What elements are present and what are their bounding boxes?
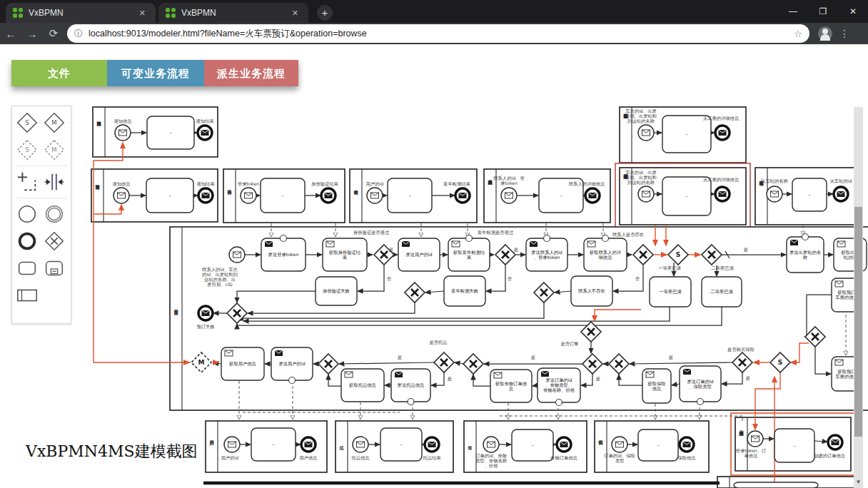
svg-text:S: S: [676, 251, 680, 258]
window-controls: — ❐ ✕: [778, 0, 868, 23]
derived-gateway-s-tool[interactable]: S: [14, 136, 41, 163]
bpmn-start-event[interactable]: 通知信息: [112, 181, 131, 203]
bpmn-task[interactable]: 发送联系人的id、登录token: [526, 235, 567, 272]
bpmn-task[interactable]: –: [792, 178, 827, 211]
bpmn-task[interactable]: 获取身份验证结果: [323, 238, 367, 271]
bookmark-star-icon[interactable]: ☆: [794, 29, 802, 39]
bpmn-task[interactable]: 发送托运信息: [391, 369, 430, 405]
tab-close-icon[interactable]: ✕: [289, 7, 301, 19]
svg-text:–: –: [657, 442, 659, 447]
svg-text:是: 是: [596, 376, 600, 382]
bpmn-end-event[interactable]: 用户信息: [299, 437, 318, 461]
page-info-icon[interactable]: ⓘ: [74, 28, 83, 40]
participant-tool[interactable]: [14, 282, 41, 309]
url-text[interactable]: localhost:9013/modeler.html?fileName=火车票…: [89, 28, 794, 40]
svg-text:–: –: [560, 193, 562, 198]
close-button[interactable]: ✕: [838, 6, 868, 16]
svg-text:用户信息: 用户信息: [299, 455, 318, 461]
minimize-button[interactable]: —: [778, 6, 808, 16]
bpmn-task[interactable]: –: [261, 178, 305, 213]
bpmn-task[interactable]: 联系人不存在: [571, 276, 612, 306]
vertical-scrollbar[interactable]: ▼: [854, 107, 863, 488]
svg-text:一等座已满: 一等座已满: [659, 289, 681, 295]
end-event-tool[interactable]: [14, 228, 41, 255]
bpmn-task[interactable]: –: [662, 177, 711, 215]
start-event-tool[interactable]: [14, 200, 41, 228]
bpmn-task[interactable]: –: [774, 429, 814, 462]
svg-text:发送用户的id: 发送用户的id: [278, 361, 305, 367]
bpmn-task[interactable]: –: [146, 178, 193, 213]
bpmn-end-event[interactable]: 托运结果: [422, 437, 441, 460]
bpmn-task[interactable]: –: [380, 428, 422, 461]
scrollbar-down-arrow[interactable]: ▼: [854, 477, 863, 488]
bpmn-task[interactable]: –: [662, 116, 711, 153]
gateway-tool[interactable]: [41, 228, 68, 255]
subprocess-tool[interactable]: [41, 255, 68, 282]
svg-text:是否购买保险: 是否购买保险: [727, 347, 755, 352]
browser-tab-2[interactable]: VxBPMN ✕: [158, 3, 308, 23]
tab-derived-process[interactable]: 派生业务流程: [204, 60, 298, 86]
intermediate-event-tool[interactable]: [41, 200, 68, 228]
bpmn-task[interactable]: 获取联系人的详细信息: [584, 235, 627, 272]
svg-text:否: 否: [635, 276, 640, 282]
variable-gateway-s-tool[interactable]: S: [14, 109, 41, 136]
bpmn-task[interactable]: 黄牛检测失败: [444, 276, 485, 306]
bpmn-task[interactable]: 发送订单的id、食物类型、食物名称、价格: [538, 368, 580, 406]
bpmn-task[interactable]: 发送订单的id、保险类型: [680, 366, 721, 405]
reload-icon[interactable]: ⟳: [43, 27, 64, 40]
browser-window: 发送邮件通知发送短信通知身份验证黄牛检测查询联系人的信息查询指定车次的详细信息查…: [0, 0, 868, 488]
restore-button[interactable]: ❐: [808, 6, 838, 16]
bpmn-task[interactable]: 获取食物订单信息: [490, 370, 532, 402]
bpmn-end-event[interactable]: 通知结果: [196, 118, 214, 140]
bpmn-task[interactable]: 获取黄牛检测结果: [448, 235, 490, 272]
bpmn-task[interactable]: 发送用户的id: [398, 238, 440, 271]
bpmn-task[interactable]: 身份验证失败: [316, 277, 357, 305]
bpmn-start-event[interactable]: 通知信息: [113, 118, 132, 141]
svg-text:–: –: [793, 443, 795, 448]
svg-text:身份验证结果: 身份验证结果: [311, 181, 338, 187]
svg-text:–: –: [272, 442, 274, 447]
bpmn-start-event[interactable]: 用户的id: [366, 181, 384, 203]
forward-icon[interactable]: →: [21, 28, 43, 40]
bpmn-task[interactable]: 发送出发站的名称: [787, 234, 824, 273]
bpmn-task[interactable]: 发送登录token: [261, 235, 306, 272]
bpmn-task[interactable]: –: [638, 429, 678, 461]
bpmn-end-event[interactable]: 通知结果: [196, 181, 215, 203]
bpmn-task[interactable]: 获取保险信息: [642, 369, 671, 403]
bpmn-task[interactable]: [734, 482, 818, 488]
variable-gateway-m-tool[interactable]: M: [41, 109, 68, 136]
svg-text:–: –: [168, 193, 171, 198]
bpmn-task[interactable]: 获取托运信息: [341, 369, 384, 402]
bpmn-task[interactable]: 二等座已满: [702, 277, 742, 307]
tab-file[interactable]: 文件: [11, 60, 107, 86]
task-tool[interactable]: [14, 255, 41, 282]
svg-text:火车站的名称: 火车站的名称: [761, 178, 788, 184]
scrollbar-thumb[interactable]: [854, 207, 862, 437]
browser-tab-1[interactable]: VxBPMN ✕: [6, 3, 156, 23]
svg-text:用户的id: 用户的id: [221, 455, 239, 461]
bpmn-end-event[interactable]: 预订失败: [196, 306, 215, 330]
bpmn-task[interactable]: –: [388, 178, 432, 213]
svg-text:二等座已满: 二等座已满: [710, 289, 732, 295]
address-bar[interactable]: ⓘ localhost:9013/modeler.html?fileName=火…: [67, 24, 809, 43]
bpmn-task[interactable]: –: [251, 428, 296, 461]
bpmn-end-event[interactable]: 保险信息: [677, 437, 696, 461]
bpmn-task[interactable]: –: [147, 116, 194, 149]
bpmn-start-event[interactable]: 托运信息: [350, 437, 370, 461]
tab-close-icon[interactable]: ✕: [136, 7, 148, 19]
bpmn-task[interactable]: 一等座已满: [650, 277, 691, 307]
lasso-tool[interactable]: [14, 168, 41, 195]
bpmn-task[interactable]: –: [512, 429, 553, 461]
svg-text:创建的订单信息: 创建的订单信息: [814, 453, 846, 459]
tab-variable-process[interactable]: 可变业务流程: [107, 60, 204, 86]
bpmn-task[interactable]: 获取用户信息: [221, 347, 264, 380]
svg-text:M: M: [51, 146, 56, 153]
space-tool[interactable]: [41, 168, 68, 195]
browser-menu-icon[interactable]: ⋮: [839, 28, 850, 39]
profile-avatar[interactable]: [818, 26, 832, 41]
derived-gateway-m-tool[interactable]: M: [41, 136, 68, 163]
svg-text:是: 是: [448, 376, 452, 382]
bpmn-task[interactable]: 发送用户的id: [271, 347, 313, 384]
new-tab-button[interactable]: +: [317, 5, 333, 21]
back-icon[interactable]: ←: [0, 28, 21, 40]
